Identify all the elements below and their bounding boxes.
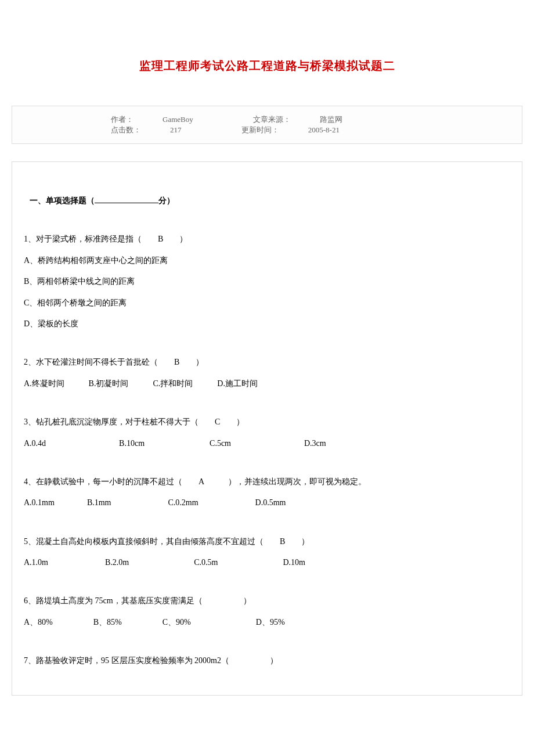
question-option: A.0.1mm B.1mm C.0.2mm D.0.5mm [24, 492, 510, 513]
question-option: A.终凝时间 B.初凝时间 C.拌和时间 D.施工时间 [24, 373, 510, 394]
meta-source: 文章来源：路监网 [253, 114, 371, 125]
page-container: 监理工程师考试公路工程道路与桥梁模拟试题二 作者：GameBoy 文章来源：路监… [0, 0, 534, 719]
question-stem: 7、路基验收评定时，95 区层压实度检验频率为 2000m2（ ） [24, 650, 510, 671]
question-option: C、相邻两个桥墩之间的距离 [24, 293, 510, 314]
question-stem: 3、钻孔桩孔底沉淀物厚度，对于柱桩不得大于（ C ） [24, 412, 510, 433]
question-7: 7、路基验收评定时，95 区层压实度检验频率为 2000m2（ ） [24, 650, 510, 671]
question-stem: 4、在静载试验中，每一小时的沉降不超过（ A ），并连续出现两次，即可视为稳定。 [24, 471, 510, 492]
question-stem: 6、路堤填土高度为 75cm，其基底压实度需满足（ ） [24, 591, 510, 611]
meta-bar: 作者：GameBoy 文章来源：路监网 点击数：217 更新时间：2005-8-… [12, 106, 522, 144]
question-option: D、梁板的长度 [24, 314, 510, 334]
question-1: 1、对于梁式桥，标准跨径是指（ B ） A、桥跨结构相邻两支座中心之间的距离 B… [24, 229, 510, 334]
question-stem: 5、混凝土自高处向模板内直接倾斜时，其自由倾落高度不宜超过（ B ） [24, 531, 510, 552]
blank-underline [95, 195, 158, 203]
section-heading: 一、单项选择题（分） [30, 190, 510, 211]
meta-hits: 点击数：217 [111, 125, 211, 135]
question-stem: 1、对于梁式桥，标准跨径是指（ B ） [24, 229, 510, 250]
content-box: 一、单项选择题（分） 1、对于梁式桥，标准跨径是指（ B ） A、桥跨结构相邻两… [12, 161, 522, 696]
question-5: 5、混凝土自高处向模板内直接倾斜时，其自由倾落高度不宜超过（ B ） A.1.0… [24, 531, 510, 574]
question-2: 2、水下砼灌注时间不得长于首批砼（ B ） A.终凝时间 B.初凝时间 C.拌和… [24, 352, 510, 394]
meta-update: 更新时间：2005-8-21 [241, 125, 369, 135]
question-option: A.0.4d B.10cm C.5cm D.3cm [24, 433, 510, 454]
question-3: 3、钻孔桩孔底沉淀物厚度，对于柱桩不得大于（ C ） A.0.4d B.10cm… [24, 412, 510, 454]
question-6: 6、路堤填土高度为 75cm，其基底压实度需满足（ ） A、80% B、85% … [24, 591, 510, 633]
document-title: 监理工程师考试公路工程道路与桥梁模拟试题二 [12, 58, 522, 74]
meta-author: 作者：GameBoy [111, 114, 222, 125]
question-stem: 2、水下砼灌注时间不得长于首批砼（ B ） [24, 352, 510, 373]
question-option: B、两相邻桥梁中线之间的距离 [24, 271, 510, 292]
question-option: A、80% B、85% C、90% D、95% [24, 612, 510, 633]
question-option: A.1.0m B.2.0m C.0.5m D.10m [24, 552, 510, 573]
question-4: 4、在静载试验中，每一小时的沉降不超过（ A ），并连续出现两次，即可视为稳定。… [24, 471, 510, 514]
question-option: A、桥跨结构相邻两支座中心之间的距离 [24, 250, 510, 271]
